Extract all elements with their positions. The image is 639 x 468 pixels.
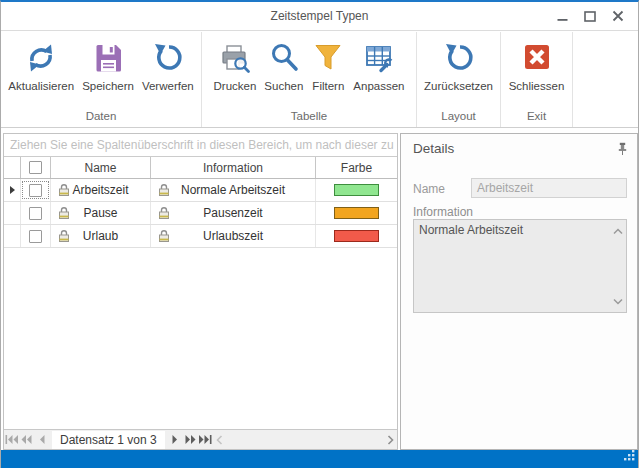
name-cell[interactable]: Pause xyxy=(51,202,151,224)
row-indicator-cell xyxy=(4,202,21,224)
row-checkbox[interactable] xyxy=(29,184,42,197)
cell-text: Urlaubszeit xyxy=(203,229,263,243)
maximize-icon xyxy=(584,11,596,22)
name-cell[interactable]: Arbeitszeit xyxy=(51,179,151,201)
save-icon xyxy=(91,41,125,75)
name-cell[interactable]: Urlaub xyxy=(51,225,151,247)
filtern-button[interactable]: Filtern xyxy=(307,38,349,92)
scroll-down-icon[interactable] xyxy=(613,294,623,308)
anpassen-button[interactable]: Anpassen xyxy=(349,38,408,92)
ribbon-toolbar: Aktualisieren Speichern xyxy=(1,32,638,128)
group-caption: Daten xyxy=(1,110,201,122)
nav-next-page-button[interactable] xyxy=(183,431,198,449)
row-checkbox-cell[interactable] xyxy=(21,225,51,247)
row-indicator-cell xyxy=(4,225,21,247)
group-caption: Layout xyxy=(417,110,500,122)
close-icon xyxy=(612,10,624,22)
reset-icon xyxy=(442,41,476,75)
farbe-cell[interactable] xyxy=(316,202,397,224)
button-label: Verwerfen xyxy=(142,80,194,92)
grid-header-row: Name Information Farbe xyxy=(4,157,397,179)
zuruecksetzen-button[interactable]: Zurücksetzen xyxy=(420,38,497,92)
row-checkbox[interactable] xyxy=(29,207,42,220)
refresh-icon xyxy=(24,41,58,75)
current-row-arrow-icon xyxy=(10,186,15,194)
header-checkbox-cell[interactable] xyxy=(21,157,51,178)
record-navigator: Datensatz 1 von 3 xyxy=(4,429,397,449)
nav-last-button[interactable] xyxy=(198,431,213,449)
customize-table-icon xyxy=(362,41,396,75)
information-cell[interactable]: Urlaubszeit xyxy=(151,225,316,247)
undo-icon xyxy=(151,41,185,75)
lock-icon xyxy=(58,229,70,246)
ribbon-group-exit: Schliessen Exit xyxy=(501,32,573,127)
column-header-information[interactable]: Information xyxy=(151,157,316,178)
nav-prev-page-button[interactable] xyxy=(19,431,34,449)
lock-icon xyxy=(158,206,170,223)
ribbon-group-layout: Zurücksetzen Layout xyxy=(417,32,501,127)
resize-grip[interactable] xyxy=(622,448,636,466)
row-checkbox-cell[interactable] xyxy=(21,179,51,201)
aktualisieren-button[interactable]: Aktualisieren xyxy=(4,38,78,92)
minimize-icon xyxy=(557,11,568,22)
close-button[interactable] xyxy=(604,5,632,27)
information-field-text: Normale Arbeitszeit xyxy=(419,223,523,237)
header-checkbox[interactable] xyxy=(29,161,42,174)
nav-next-button[interactable] xyxy=(168,431,183,449)
button-label: Drucken xyxy=(214,80,257,92)
row-indicator-cell xyxy=(4,179,21,201)
scroll-up-icon[interactable] xyxy=(613,224,623,238)
column-header-name[interactable]: Name xyxy=(51,157,151,178)
drucken-button[interactable]: Drucken xyxy=(210,38,261,92)
lock-icon xyxy=(58,183,70,200)
cell-text: Normale Arbeitszeit xyxy=(181,183,285,197)
speichern-button[interactable]: Speichern xyxy=(78,38,138,92)
information-cell[interactable]: Pausenzeit xyxy=(151,202,316,224)
farbe-cell[interactable] xyxy=(316,225,397,247)
information-cell[interactable]: Normale Arbeitszeit xyxy=(151,179,316,201)
group-by-drop-area[interactable]: Ziehen Sie eine Spaltenüberschrift in di… xyxy=(4,134,397,157)
scroll-left-icon[interactable] xyxy=(216,431,223,449)
ribbon-group-tabelle: Drucken Suchen Filtern xyxy=(202,32,417,127)
nav-first-button[interactable] xyxy=(4,431,19,449)
nav-prev-button[interactable] xyxy=(34,431,49,449)
button-label: Speichern xyxy=(82,80,134,92)
table-row[interactable]: Arbeitszeit Normale Arbeitszeit xyxy=(4,179,397,202)
name-field-label: Name xyxy=(413,182,445,196)
color-swatch xyxy=(334,207,379,219)
details-panel: Details Name Arbeitszeit Information Nor… xyxy=(400,133,638,450)
close-box-icon xyxy=(520,41,554,75)
button-label: Anpassen xyxy=(353,80,404,92)
color-swatch xyxy=(334,230,379,242)
titlebar[interactable]: Zeitstempel Typen xyxy=(1,2,638,31)
column-header-farbe[interactable]: Farbe xyxy=(316,157,397,178)
lock-icon xyxy=(158,229,170,246)
table-row[interactable]: Pause Pausenzeit xyxy=(4,202,397,225)
search-icon xyxy=(267,41,301,75)
pin-icon[interactable] xyxy=(617,142,628,160)
table-row[interactable]: Urlaub Urlaubszeit xyxy=(4,225,397,248)
information-field[interactable]: Normale Arbeitszeit xyxy=(413,219,627,313)
suchen-button[interactable]: Suchen xyxy=(260,38,307,92)
button-label: Schliessen xyxy=(509,80,565,92)
header-indicator-cell xyxy=(4,157,21,178)
farbe-cell[interactable] xyxy=(316,179,397,201)
lock-icon xyxy=(158,183,170,200)
horizontal-scrollbar[interactable] xyxy=(213,431,397,449)
status-bar xyxy=(1,450,638,468)
schliessen-button[interactable]: Schliessen xyxy=(505,38,569,92)
cell-text: Urlaub xyxy=(83,229,118,243)
row-checkbox-cell[interactable] xyxy=(21,202,51,224)
details-panel-title: Details xyxy=(413,141,454,156)
minimize-button[interactable] xyxy=(548,5,576,27)
verwerfen-button[interactable]: Verwerfen xyxy=(138,38,198,92)
cell-text: Arbeitszeit xyxy=(72,183,128,197)
window-title: Zeitstempel Typen xyxy=(1,9,638,23)
name-field: Arbeitszeit xyxy=(471,178,627,198)
ribbon-group-daten: Aktualisieren Speichern xyxy=(1,32,202,127)
maximize-button[interactable] xyxy=(576,5,604,27)
grid-panel: Ziehen Sie eine Spaltenüberschrift in di… xyxy=(3,133,398,450)
app-window: Zeitstempel Typen xyxy=(0,0,639,468)
row-checkbox[interactable] xyxy=(29,230,42,243)
scroll-right-icon[interactable] xyxy=(387,431,394,449)
